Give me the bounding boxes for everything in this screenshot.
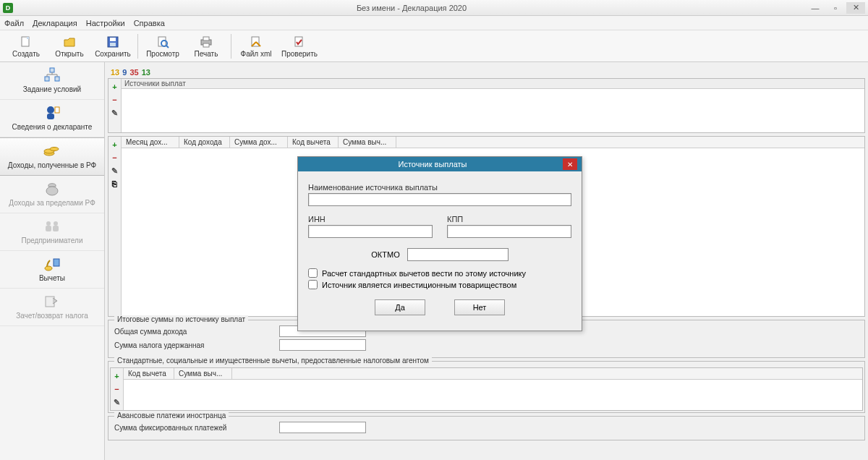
kpp-label: КПП — [447, 215, 571, 223]
rate-tab-9[interactable]: 9 — [122, 68, 127, 77]
preview-icon — [156, 35, 170, 49]
remove-deduction-button[interactable]: − — [112, 384, 122, 394]
svg-rect-14 — [45, 77, 49, 81]
deductions-icon — [42, 255, 62, 273]
investment-label: Источник является инвестиционным товарищ… — [322, 281, 516, 289]
col-sum[interactable]: Сумма дох... — [230, 137, 288, 148]
sidebar-item-income-rf[interactable]: Доходы, полученные в РФ — [0, 137, 104, 176]
svg-point-22 — [46, 187, 58, 195]
print-button[interactable]: Печать — [184, 32, 228, 61]
dcol-code[interactable]: Код вычета — [124, 368, 174, 379]
menu-settings[interactable]: Настройки — [86, 19, 125, 27]
inn-label: ИНН — [308, 215, 433, 223]
menu-help[interactable]: Справка — [134, 19, 165, 27]
rate-tab-13[interactable]: 13 — [111, 68, 119, 77]
check-icon — [292, 35, 307, 49]
menubar: Файл Декларация Настройки Справка — [0, 16, 868, 30]
maximize-button[interactable]: ▫ — [826, 2, 845, 14]
col-month[interactable]: Месяц дох... — [122, 137, 179, 148]
advance-legend: Авансовые платежи иностранца — [114, 412, 229, 419]
sources-header: Источники выплат — [122, 79, 864, 89]
coins-icon — [42, 142, 62, 160]
deductions-grid-header: Код вычета Сумма выч... — [124, 368, 862, 380]
investment-checkbox[interactable] — [308, 280, 318, 289]
advance-fieldset: Авансовые платежи иностранца Сумма фикси… — [108, 416, 865, 440]
edit-deduction-button[interactable]: ✎ — [112, 397, 122, 407]
deductions-buttonbar: + − ✎ — [111, 368, 124, 410]
remove-income-button[interactable]: − — [110, 153, 120, 163]
menu-file[interactable]: Файл — [4, 19, 24, 27]
inn-input[interactable] — [308, 225, 433, 238]
bag-icon — [42, 180, 62, 197]
agent-deductions-fieldset: Стандартные, социальные и имущественные … — [108, 361, 865, 413]
edit-income-button[interactable]: ✎ — [110, 166, 120, 176]
rate-tabs: 13 9 35 13 — [105, 62, 868, 77]
col-code[interactable]: Код дохода — [179, 137, 230, 148]
sources-list[interactable] — [122, 89, 864, 131]
titlebar: D Без имени - Декларация 2020 — ▫ ✕ — [0, 0, 868, 16]
incomes-buttonbar: + − ✎ ⎘ — [109, 137, 122, 316]
filexml-button[interactable]: Файл xml — [234, 32, 278, 61]
rate-tab-35[interactable]: 35 — [129, 68, 138, 77]
std-deductions-checkbox[interactable] — [308, 268, 318, 278]
save-button[interactable]: Сохранить — [91, 32, 135, 61]
total-income-label: Общая сумма дохода — [114, 328, 273, 336]
conditions-icon — [42, 67, 62, 84]
people-icon — [42, 218, 62, 235]
add-income-button[interactable]: + — [110, 140, 120, 150]
app-icon: D — [3, 3, 13, 13]
dcol-sum[interactable]: Сумма выч... — [174, 368, 232, 379]
sidebar-item-income-abroad[interactable]: Доходы за пределами РФ — [0, 176, 104, 213]
close-button[interactable]: ✕ — [846, 2, 865, 14]
source-name-input[interactable] — [308, 193, 571, 206]
menu-declaration[interactable]: Декларация — [33, 19, 77, 27]
sidebar-item-conditions[interactable]: Задание условий — [0, 62, 104, 100]
sidebar-item-tax-return[interactable]: Зачет/возврат налога — [0, 289, 104, 326]
no-button[interactable]: Нет — [454, 299, 505, 315]
kpp-input[interactable] — [447, 225, 571, 238]
svg-rect-1 — [27, 37, 29, 39]
fixed-sum-label: Сумма фиксированных платежей — [114, 424, 273, 432]
source-dialog: Источник выплаты ✕ Наименование источник… — [297, 156, 582, 331]
dialog-titlebar[interactable]: Источник выплаты ✕ — [298, 157, 582, 171]
xml-file-icon — [249, 35, 263, 49]
svg-rect-17 — [47, 114, 54, 119]
remove-source-button[interactable]: − — [110, 95, 120, 105]
preview-button[interactable]: Просмотр — [141, 32, 184, 61]
sidebar-item-declarant[interactable]: Сведения о декларанте — [0, 100, 104, 137]
new-file-icon — [19, 35, 33, 49]
edit-source-button[interactable]: ✎ — [110, 108, 120, 118]
sources-buttonbar: + − ✎ — [109, 79, 122, 132]
check-button[interactable]: Проверить — [278, 32, 321, 61]
fixed-sum-input[interactable] — [279, 422, 366, 433]
dialog-title: Источник выплаты — [302, 160, 563, 169]
sources-panel: + − ✎ Источники выплат — [108, 78, 865, 133]
svg-rect-9 — [203, 37, 209, 41]
save-icon — [106, 35, 120, 49]
std-deductions-label: Расчет стандартных вычетов вести по этом… — [322, 269, 526, 278]
svg-point-27 — [45, 266, 52, 271]
yes-button[interactable]: Да — [375, 299, 425, 315]
col-dedcode[interactable]: Код вычета — [288, 137, 339, 148]
oktmo-input[interactable] — [407, 248, 509, 261]
create-button[interactable]: Создать — [4, 32, 48, 61]
rate-tab-13b[interactable]: 13 — [142, 68, 150, 77]
open-button[interactable]: Открыть — [48, 32, 91, 61]
separator — [137, 34, 138, 59]
col-dedsum[interactable]: Сумма выч... — [339, 137, 396, 148]
person-icon — [42, 104, 62, 122]
add-source-button[interactable]: + — [110, 82, 120, 92]
sidebar-item-deductions[interactable]: Вычеты — [0, 251, 104, 289]
repeat-income-button[interactable]: ⎘ — [110, 179, 120, 189]
svg-rect-13 — [50, 68, 54, 72]
toolbar: Создать Открыть Сохранить Просмотр Печат… — [0, 30, 868, 62]
totals-legend: Итоговые суммы по источнику выплат — [114, 315, 248, 323]
sidebar-item-entrepreneurs[interactable]: Предприниматели — [0, 213, 104, 251]
tax-withheld-input[interactable] — [279, 339, 366, 351]
folder-open-icon — [62, 35, 77, 49]
return-icon — [42, 293, 62, 310]
dialog-close-button[interactable]: ✕ — [563, 158, 577, 170]
svg-point-23 — [46, 221, 51, 226]
minimize-button[interactable]: — — [806, 2, 825, 14]
add-deduction-button[interactable]: + — [112, 371, 122, 381]
